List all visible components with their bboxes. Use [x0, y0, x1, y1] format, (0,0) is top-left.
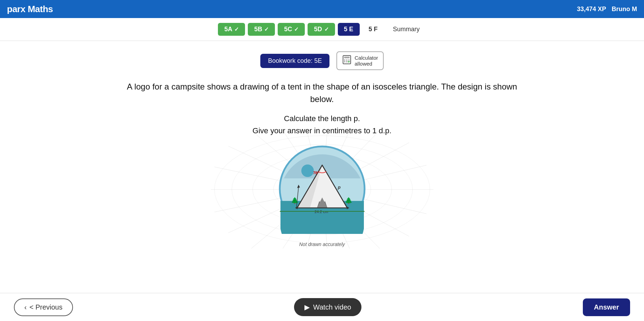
prev-chevron-icon: ‹	[24, 303, 27, 311]
bottom-bar: ‹ < Previous ▶ Watch video Answer	[0, 293, 644, 321]
tab-summary[interactable]: Summary	[387, 23, 426, 36]
diagram-container: 78° p 24.2 cm 🌲 🌲	[277, 144, 367, 235]
tab-5b[interactable]: 5B ✓	[248, 23, 275, 36]
previous-button[interactable]: ‹ < Previous	[14, 298, 73, 316]
svg-point-2	[344, 60, 345, 61]
watch-video-label: Watch video	[313, 303, 351, 311]
tab-5e[interactable]: 5 E	[338, 23, 360, 36]
tab-5f[interactable]: 5 F	[362, 23, 384, 36]
svg-point-3	[347, 60, 348, 61]
answer-button[interactable]: Answer	[583, 298, 630, 316]
header: parx Maths 33,474 XP Bruno M	[0, 0, 644, 18]
calculator-text: Calculator allowed	[354, 55, 378, 67]
tab-5c-check: ✓	[294, 26, 299, 33]
calculator-allowed: allowed	[354, 61, 378, 67]
answer-label: Answer	[594, 303, 619, 311]
svg-text:78°: 78°	[313, 171, 319, 175]
tab-bar: 5A ✓ 5B ✓ 5C ✓ 5D ✓ 5 E 5 F Summary	[0, 18, 644, 41]
tab-summary-label: Summary	[393, 26, 420, 33]
svg-text:p: p	[337, 185, 341, 190]
svg-point-5	[344, 61, 345, 62]
tab-5b-label: 5B	[254, 26, 262, 33]
tab-5d[interactable]: 5D ✓	[308, 23, 335, 36]
tab-5a-check: ✓	[234, 26, 239, 33]
tab-5c-label: 5C	[284, 26, 292, 33]
svg-rect-1	[344, 57, 350, 58]
main-content: Bookwork code: 5E Calculator	[0, 41, 644, 320]
svg-point-36	[301, 164, 314, 177]
app-title: parx Maths	[7, 4, 53, 15]
svg-text:🌲: 🌲	[291, 197, 299, 204]
calculator-icon	[342, 55, 352, 67]
watch-video-button[interactable]: ▶ Watch video	[294, 298, 361, 316]
calculator-label: Calculator	[354, 55, 378, 61]
bookwork-badge: Bookwork code: 5E	[260, 54, 329, 68]
header-right: 33,474 XP Bruno M	[577, 6, 637, 13]
tab-5c[interactable]: 5C ✓	[278, 23, 305, 36]
tab-5e-label: 5 E	[344, 26, 353, 33]
tab-5b-check: ✓	[264, 26, 269, 33]
xp-display: 33,474 XP	[577, 6, 606, 13]
calculator-badge: Calculator allowed	[336, 51, 384, 70]
tab-5d-label: 5D	[314, 26, 322, 33]
user-display: Bruno M	[612, 6, 637, 13]
tab-5a-label: 5A	[224, 26, 232, 33]
svg-text:🌲: 🌲	[345, 197, 353, 204]
tab-5f-label: 5 F	[369, 26, 378, 33]
video-icon: ▶	[304, 303, 310, 311]
svg-point-4	[349, 60, 350, 61]
tab-5a[interactable]: 5A ✓	[218, 23, 245, 36]
tent-diagram: 78° p 24.2 cm 🌲 🌲	[277, 144, 367, 234]
previous-label: < Previous	[30, 303, 63, 311]
question-line1: A logo for a campsite shows a drawing of…	[127, 81, 517, 105]
bookwork-row: Bookwork code: 5E Calculator	[260, 51, 384, 70]
svg-point-6	[347, 61, 348, 62]
diagram-circle-wrapper: 78° p 24.2 cm 🌲 🌲	[277, 144, 367, 235]
tab-5d-check: ✓	[324, 26, 329, 33]
